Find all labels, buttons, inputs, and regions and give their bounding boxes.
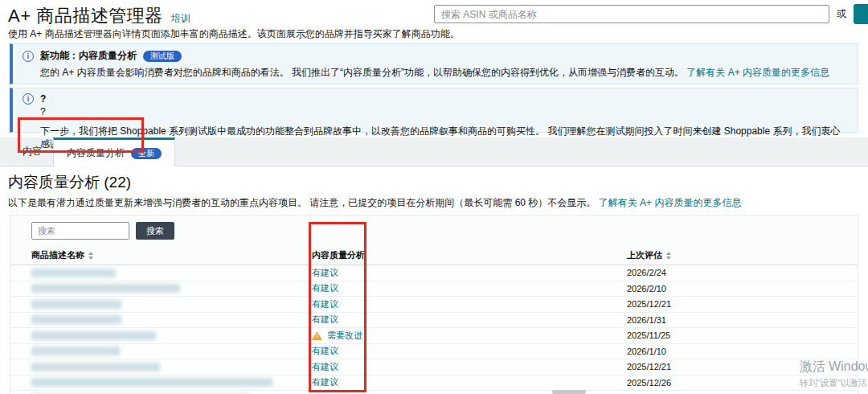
status-link-needs-improvement[interactable]: ! 需要改进 [312, 330, 362, 342]
header-search-area: 或 [434, 4, 868, 24]
new-feature-banner: 新功能：内容质量分析 测试版 您的 A+ 内容质量会影响消费者对您的品牌和商品的… [10, 43, 858, 84]
last-evaluated-date: 2025/11/25 [627, 330, 670, 340]
banner-body-text: 您的 A+ 内容质量会影响消费者对您的品牌和商品的看法。 我们推出了“内容质量分… [40, 67, 684, 78]
quality-info-link[interactable]: 了解有关 A+ 内容质量的更多信息 [599, 197, 742, 208]
table-row: 有建议 2025/12/29 [10, 391, 858, 394]
last-evaluated-date: 2025/12/26 [627, 378, 671, 388]
table-row: 有建议 2025/12/26 [10, 376, 858, 392]
redacted-product-name [31, 378, 272, 387]
horizontal-scrollbar-thumb[interactable] [552, 390, 586, 394]
banner-title: 新功能：内容质量分析 [40, 49, 137, 63]
quality-info-link[interactable]: 了解有关 A+ 内容质量的更多信息 [686, 67, 829, 78]
status-label: 需要改进 [327, 330, 362, 342]
table-search-input[interactable] [31, 222, 129, 240]
last-evaluated-date: 2026/1/31 [627, 315, 666, 325]
warning-icon: ! [312, 331, 322, 340]
table-row: 有建议 2026/2/24 [10, 265, 858, 281]
table-row: 有建议 2025/12/21 [10, 297, 858, 313]
section-heading: 内容质量分析 (22) [8, 172, 868, 193]
status-link[interactable]: 有建议 [312, 361, 338, 373]
tab-strip: 内容 内容质量分析 全新 [0, 137, 868, 166]
tab-content[interactable]: 内容 [11, 137, 53, 166]
redacted-product-name [31, 269, 116, 277]
column-header-last-evaluated: 上次评估 [627, 249, 662, 261]
quality-analysis-card: 搜索 商品描述名称 内容质量分析 上次评估 有建议 2026/2/24 有建议 … [10, 215, 858, 394]
table-row: 有建议 2025/12/21 [10, 359, 858, 376]
page-subtitle: 使用 A+ 商品描述管理器向详情页面添加丰富的商品描述。该页面展示您的品牌并指导… [8, 27, 868, 39]
page-title: A+ 商品描述管理器 [8, 4, 163, 28]
table-row: ! 需要改进 2025/11/25 [10, 328, 858, 344]
last-evaluated-date: 2025/12/21 [627, 362, 671, 371]
status-link[interactable]: 有建议 [312, 267, 338, 279]
redacted-product-name [31, 300, 121, 309]
table-header-row: 商品描述名称 内容质量分析 上次评估 [10, 246, 858, 265]
status-link[interactable]: 有建议 [312, 314, 338, 326]
sort-icon[interactable] [666, 252, 671, 260]
last-evaluated-date: 2026/2/10 [627, 284, 666, 293]
tab-content-quality-analysis[interactable]: 内容质量分析 全新 [53, 137, 175, 166]
shoppable-banner: ? ? 下一步，我们将把 Shoppable 系列测试版中最成功的功能整合到品牌… [10, 88, 858, 133]
table-row: 有建议 2026/1/31 [10, 313, 858, 329]
training-link[interactable]: 培训 [171, 12, 190, 26]
last-evaluated-date: 2025/12/21 [627, 299, 671, 309]
column-header-quality: 内容质量分析 [312, 249, 365, 261]
section-description: 以下是最有潜力通过质量更新来增强与消费者的互动的重点内容项目。 请注意，已提交的… [8, 197, 596, 208]
redacted-product-name [31, 347, 120, 355]
last-evaluated-date: 2026/2/24 [627, 268, 666, 277]
status-link[interactable]: 有建议 [312, 298, 338, 310]
redacted-product-name [31, 284, 180, 293]
table-row: 有建议 2026/2/10 [10, 281, 858, 298]
status-link[interactable]: 有建议 [312, 345, 338, 357]
table-row: 有建议 2026/1/10 [10, 344, 858, 360]
last-evaluated-date: 2026/1/10 [627, 347, 666, 356]
info-icon [23, 93, 34, 105]
redacted-product-name [31, 315, 121, 324]
asin-search-input[interactable] [434, 5, 829, 23]
tab-label: 内容 [23, 145, 42, 158]
new-badge: 全新 [131, 148, 162, 159]
sort-icon[interactable] [88, 252, 93, 260]
banner-line2: ? [40, 106, 848, 117]
or-label: 或 [837, 7, 846, 21]
redacted-product-name [31, 331, 156, 340]
title-area: A+ 商品描述管理器 培训 [8, 4, 190, 28]
status-link[interactable]: 有建议 [312, 376, 338, 388]
table-search-button[interactable]: 搜索 [136, 222, 174, 240]
tab-label: 内容质量分析 [67, 146, 125, 160]
column-header-name: 商品描述名称 [31, 249, 84, 261]
banner-title: ? [40, 93, 46, 105]
redacted-product-name [31, 363, 160, 371]
info-icon [23, 51, 34, 62]
status-link[interactable]: 有建议 [312, 282, 338, 294]
create-content-button[interactable] [854, 4, 868, 24]
top-bar: A+ 商品描述管理器 培训 或 [0, 0, 868, 25]
beta-badge: 测试版 [143, 51, 182, 62]
